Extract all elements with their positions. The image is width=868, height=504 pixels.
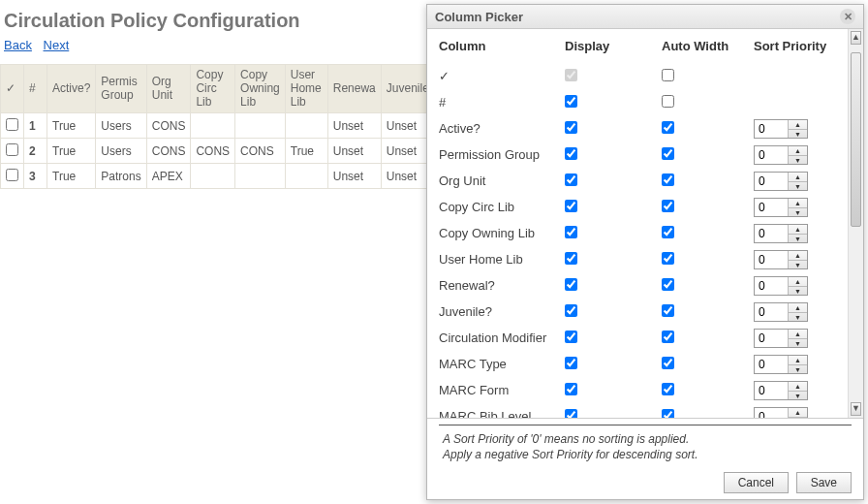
spin-up-icon[interactable]: ▲ xyxy=(789,330,807,339)
next-link[interactable]: Next xyxy=(44,38,70,52)
sort-priority-input[interactable]: ▲▼ xyxy=(754,329,808,348)
sort-priority-input[interactable]: ▲▼ xyxy=(754,198,808,217)
display-checkbox[interactable] xyxy=(565,200,577,212)
col-renewal[interactable]: Renewa xyxy=(327,65,381,113)
dialog-titlebar[interactable]: Column Picker ✕ xyxy=(427,5,863,29)
display-checkbox[interactable] xyxy=(565,383,577,395)
sort-priority-input[interactable]: ▲▼ xyxy=(754,145,808,165)
spin-down-icon[interactable]: ▼ xyxy=(789,182,807,191)
autowidth-checkbox[interactable] xyxy=(662,304,674,317)
sort-priority-input[interactable]: ▲▼ xyxy=(754,407,808,418)
spin-up-icon[interactable]: ▲ xyxy=(789,173,807,182)
spin-down-icon[interactable]: ▼ xyxy=(789,339,807,348)
spin-down-icon[interactable]: ▼ xyxy=(789,261,807,269)
sort-value[interactable] xyxy=(755,382,788,399)
display-checkbox[interactable] xyxy=(565,409,577,418)
autowidth-checkbox[interactable] xyxy=(662,95,674,108)
sort-priority-input[interactable]: ▲▼ xyxy=(754,355,808,374)
sort-value[interactable] xyxy=(755,303,788,321)
autowidth-checkbox[interactable] xyxy=(662,409,674,418)
autowidth-checkbox[interactable] xyxy=(662,331,674,343)
display-checkbox[interactable] xyxy=(565,331,577,343)
col-num[interactable]: # xyxy=(24,65,47,113)
spin-up-icon[interactable]: ▲ xyxy=(789,382,807,392)
display-checkbox[interactable] xyxy=(565,357,577,369)
sort-value[interactable] xyxy=(755,251,788,268)
scroll-thumb[interactable] xyxy=(851,52,861,227)
col-copycirc[interactable]: Copy Circ Lib xyxy=(191,65,235,113)
sort-value[interactable] xyxy=(755,199,788,216)
table-row[interactable]: 2TrueUsersCONSCONSCONSTrueUnsetUnset xyxy=(1,139,455,164)
table-row[interactable]: 3TruePatronsAPEXUnsetUnset xyxy=(1,164,455,189)
sort-priority-input[interactable]: ▲▼ xyxy=(754,381,808,400)
display-checkbox[interactable] xyxy=(565,69,577,81)
col-active[interactable]: Active? xyxy=(47,65,96,113)
autowidth-checkbox[interactable] xyxy=(662,200,674,212)
sort-value[interactable] xyxy=(755,173,788,190)
spin-up-icon[interactable]: ▲ xyxy=(789,303,807,313)
display-checkbox[interactable] xyxy=(565,226,577,238)
back-link[interactable]: Back xyxy=(4,38,32,52)
autowidth-checkbox[interactable] xyxy=(662,226,674,238)
col-userhome[interactable]: User Home Lib xyxy=(285,65,327,113)
cancel-button[interactable]: Cancel xyxy=(724,472,789,493)
row-checkbox[interactable] xyxy=(6,143,18,156)
sort-value[interactable] xyxy=(755,120,788,138)
display-checkbox[interactable] xyxy=(565,278,577,291)
dialog-scrollbar[interactable]: ▲ ▼ xyxy=(848,29,863,418)
autowidth-checkbox[interactable] xyxy=(662,121,674,134)
col-copyown[interactable]: Copy Owning Lib xyxy=(235,65,286,113)
autowidth-checkbox[interactable] xyxy=(662,147,674,160)
sort-value[interactable] xyxy=(755,225,788,242)
autowidth-checkbox[interactable] xyxy=(662,69,674,81)
table-row[interactable]: 1TrueUsersCONSUnsetUnset xyxy=(1,113,455,139)
close-icon[interactable]: ✕ xyxy=(840,9,855,24)
autowidth-checkbox[interactable] xyxy=(662,278,674,291)
sort-value[interactable] xyxy=(755,408,788,418)
sort-value[interactable] xyxy=(755,330,788,347)
sort-priority-input[interactable]: ▲▼ xyxy=(754,302,808,322)
col-perm[interactable]: Permis Group xyxy=(96,65,146,113)
sort-priority-input[interactable]: ▲▼ xyxy=(754,172,808,191)
sort-value[interactable] xyxy=(755,146,788,164)
display-checkbox[interactable] xyxy=(565,173,577,186)
spin-up-icon[interactable]: ▲ xyxy=(789,251,807,261)
spin-down-icon[interactable]: ▼ xyxy=(789,235,807,243)
spin-down-icon[interactable]: ▼ xyxy=(789,392,807,400)
sort-value[interactable] xyxy=(755,356,788,373)
display-checkbox[interactable] xyxy=(565,121,577,134)
spin-up-icon[interactable]: ▲ xyxy=(789,277,807,287)
autowidth-checkbox[interactable] xyxy=(662,383,674,395)
sort-priority-input[interactable]: ▲▼ xyxy=(754,276,808,296)
spin-down-icon[interactable]: ▼ xyxy=(789,130,807,139)
spin-down-icon[interactable]: ▼ xyxy=(789,365,807,374)
save-button[interactable]: Save xyxy=(796,472,852,493)
spin-up-icon[interactable]: ▲ xyxy=(789,356,807,365)
col-check[interactable]: ✓ xyxy=(1,65,24,113)
spin-down-icon[interactable]: ▼ xyxy=(789,156,807,165)
display-checkbox[interactable] xyxy=(565,95,577,108)
row-checkbox[interactable] xyxy=(6,169,18,181)
col-org[interactable]: Org Unit xyxy=(146,65,191,113)
sort-priority-input[interactable]: ▲▼ xyxy=(754,250,808,269)
display-checkbox[interactable] xyxy=(565,147,577,160)
scroll-down-icon[interactable]: ▼ xyxy=(851,402,861,416)
display-checkbox[interactable] xyxy=(565,304,577,317)
spin-up-icon[interactable]: ▲ xyxy=(789,120,807,130)
row-checkbox[interactable] xyxy=(6,118,18,131)
spin-up-icon[interactable]: ▲ xyxy=(789,199,807,208)
autowidth-checkbox[interactable] xyxy=(662,357,674,369)
spin-up-icon[interactable]: ▲ xyxy=(789,146,807,156)
spin-down-icon[interactable]: ▼ xyxy=(789,208,807,217)
spin-down-icon[interactable]: ▼ xyxy=(789,287,807,296)
spin-up-icon[interactable]: ▲ xyxy=(789,408,807,418)
sort-priority-input[interactable]: ▲▼ xyxy=(754,119,808,139)
spin-down-icon[interactable]: ▼ xyxy=(789,313,807,322)
display-checkbox[interactable] xyxy=(565,252,577,265)
spin-up-icon[interactable]: ▲ xyxy=(789,225,807,235)
sort-value[interactable] xyxy=(755,277,788,295)
autowidth-checkbox[interactable] xyxy=(662,252,674,265)
sort-priority-input[interactable]: ▲▼ xyxy=(754,224,808,243)
scroll-up-icon[interactable]: ▲ xyxy=(851,31,861,45)
autowidth-checkbox[interactable] xyxy=(662,173,674,186)
